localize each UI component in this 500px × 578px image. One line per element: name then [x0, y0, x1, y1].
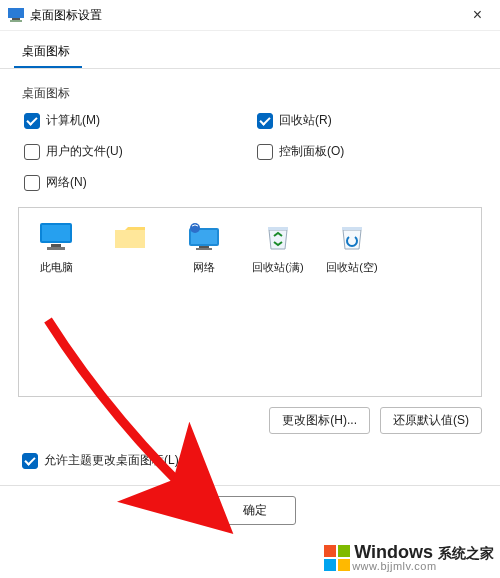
icon-label: 网络 — [193, 260, 215, 275]
icon-label: 回收站(空) — [326, 260, 377, 275]
icon-label: 回收站(满) — [252, 260, 303, 275]
icon-label: 此电脑 — [40, 260, 73, 275]
ok-button[interactable]: 确定 — [214, 496, 296, 525]
content-area: 桌面图标 计算机(M) 回收站(R) 用户的文件(U) 控制面板(O) 网络(N… — [0, 69, 500, 525]
checkbox-controlpanel[interactable]: 控制面板(O) — [257, 143, 482, 160]
checkbox-userfiles[interactable]: 用户的文件(U) — [24, 143, 249, 160]
windows-logo-icon — [324, 545, 350, 571]
allow-themes-row: 允许主题更改桌面图标(L) — [18, 438, 482, 469]
app-icon — [8, 8, 24, 22]
monitor-icon — [39, 222, 73, 252]
recycle-full-icon — [261, 222, 295, 252]
svg-rect-14 — [324, 545, 336, 557]
svg-rect-16 — [324, 559, 336, 571]
svg-rect-12 — [268, 227, 288, 230]
checkbox-recyclebin[interactable]: 回收站(R) — [257, 112, 482, 129]
watermark-text: Windows — [354, 542, 433, 562]
checkbox-network[interactable]: 网络(N) — [24, 174, 249, 191]
checkbox-grid: 计算机(M) 回收站(R) 用户的文件(U) 控制面板(O) 网络(N) — [18, 110, 482, 197]
icon-item-network[interactable]: 网络 — [167, 222, 241, 275]
tab-desktop-icons[interactable]: 桌面图标 — [14, 39, 82, 68]
network-icon — [187, 222, 221, 252]
icon-item-recyclebin-full[interactable]: 回收站(满) — [241, 222, 315, 275]
checkbox-label: 用户的文件(U) — [46, 143, 123, 160]
close-button[interactable]: × — [467, 6, 488, 24]
icon-item-recyclebin-empty[interactable]: 回收站(空) — [315, 222, 389, 275]
checkbox-label: 回收站(R) — [279, 112, 332, 129]
checkbox-box-icon — [24, 144, 40, 160]
window-title: 桌面图标设置 — [30, 7, 467, 24]
svg-rect-5 — [51, 244, 61, 247]
group-label-desktop-icons: 桌面图标 — [18, 79, 482, 110]
checkbox-label: 计算机(M) — [46, 112, 100, 129]
checkbox-box-icon — [257, 144, 273, 160]
checkbox-allow-themes[interactable]: 允许主题更改桌面图标(L) — [22, 452, 482, 469]
svg-rect-2 — [10, 20, 22, 22]
checkbox-box-icon — [24, 113, 40, 129]
title-bar: 桌面图标设置 × — [0, 0, 500, 31]
icon-item-thispc[interactable]: 此电脑 — [19, 222, 93, 275]
icon-item-folder[interactable] — [93, 222, 167, 260]
checkbox-label: 控制面板(O) — [279, 143, 344, 160]
watermark: Windows 系统之家 www.bjjmlv.com — [324, 543, 494, 572]
svg-rect-11 — [196, 248, 212, 250]
folder-icon — [113, 222, 147, 252]
change-icon-button[interactable]: 更改图标(H)... — [269, 407, 370, 434]
svg-rect-13 — [342, 227, 362, 230]
icon-buttons-row: 更改图标(H)... 还原默认值(S) — [18, 397, 482, 438]
recycle-empty-icon — [335, 222, 369, 252]
icon-preview-panel: 此电脑 网络 回收站(满) 回收站(空) — [18, 207, 482, 397]
watermark-sub: 系统之家 — [438, 545, 494, 561]
svg-rect-15 — [338, 545, 350, 557]
checkbox-label: 网络(N) — [46, 174, 87, 191]
checkbox-label: 允许主题更改桌面图标(L) — [44, 452, 179, 469]
svg-rect-6 — [47, 247, 65, 250]
checkbox-box-icon — [24, 175, 40, 191]
svg-rect-10 — [199, 246, 209, 248]
dialog-buttons-row: 确定 — [18, 486, 482, 525]
watermark-url: www.bjjmlv.com — [352, 561, 494, 572]
checkbox-box-icon — [22, 453, 38, 469]
svg-rect-0 — [8, 8, 24, 18]
restore-default-button[interactable]: 还原默认值(S) — [380, 407, 482, 434]
checkbox-box-icon — [257, 113, 273, 129]
svg-rect-4 — [42, 225, 70, 241]
tab-row: 桌面图标 — [0, 31, 500, 69]
checkbox-computer[interactable]: 计算机(M) — [24, 112, 249, 129]
svg-rect-17 — [338, 559, 350, 571]
svg-rect-1 — [12, 18, 20, 20]
